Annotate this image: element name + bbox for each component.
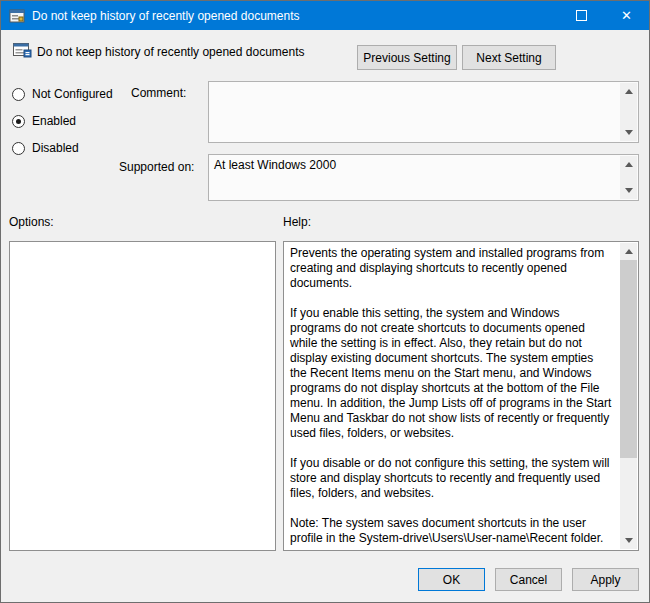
ok-button[interactable]: OK (418, 568, 485, 591)
help-scrollbar[interactable] (620, 243, 637, 549)
radio-not-configured[interactable]: Not Configured (12, 87, 113, 101)
window-controls: ✕ (559, 1, 649, 30)
radio-not-configured-label: Not Configured (32, 87, 113, 101)
help-label: Help: (283, 215, 311, 229)
cancel-button[interactable]: Cancel (495, 568, 562, 591)
supported-on-scrollbar[interactable] (620, 156, 637, 199)
supported-on-value: At least Windows 2000 (214, 158, 618, 172)
comment-input[interactable] (208, 81, 639, 143)
radio-enabled-circle[interactable] (12, 115, 25, 128)
scroll-down-icon[interactable] (620, 532, 637, 549)
setting-title: Do not keep history of recently opened d… (37, 45, 305, 59)
window-title: Do not keep history of recently opened d… (32, 9, 300, 23)
radio-enabled-label: Enabled (32, 114, 76, 128)
supported-on-box: At least Windows 2000 (208, 154, 639, 201)
scroll-down-icon[interactable] (620, 124, 637, 141)
scroll-down-icon[interactable] (620, 182, 637, 199)
apply-button[interactable]: Apply (572, 568, 639, 591)
close-button[interactable]: ✕ (604, 1, 649, 30)
policy-setting-icon (13, 42, 32, 61)
policy-setting-dialog: Do not keep history of recently opened d… (0, 0, 650, 603)
comment-scrollbar[interactable] (620, 83, 637, 141)
radio-disabled[interactable]: Disabled (12, 141, 79, 155)
previous-setting-button[interactable]: Previous Setting (357, 45, 457, 70)
radio-enabled[interactable]: Enabled (12, 114, 76, 128)
radio-disabled-label: Disabled (32, 141, 79, 155)
help-panel: Prevents the operating system and instal… (283, 241, 639, 551)
maximize-button[interactable] (559, 1, 604, 30)
comment-label: Comment: (131, 86, 186, 100)
options-label: Options: (9, 215, 54, 229)
scroll-up-icon[interactable] (620, 156, 637, 173)
radio-not-configured-circle[interactable] (12, 88, 25, 101)
help-scrollbar-thumb[interactable] (620, 260, 637, 458)
scroll-up-icon[interactable] (620, 243, 637, 260)
options-panel (9, 241, 276, 551)
next-setting-button[interactable]: Next Setting (462, 45, 556, 70)
close-icon: ✕ (621, 9, 632, 22)
help-text: Prevents the operating system and instal… (286, 244, 617, 548)
scroll-up-icon[interactable] (620, 83, 637, 100)
radio-disabled-circle[interactable] (12, 142, 25, 155)
group-policy-app-icon (9, 8, 25, 24)
maximize-icon (576, 10, 587, 21)
title-bar[interactable]: Do not keep history of recently opened d… (1, 1, 649, 30)
supported-on-label: Supported on: (119, 160, 194, 174)
